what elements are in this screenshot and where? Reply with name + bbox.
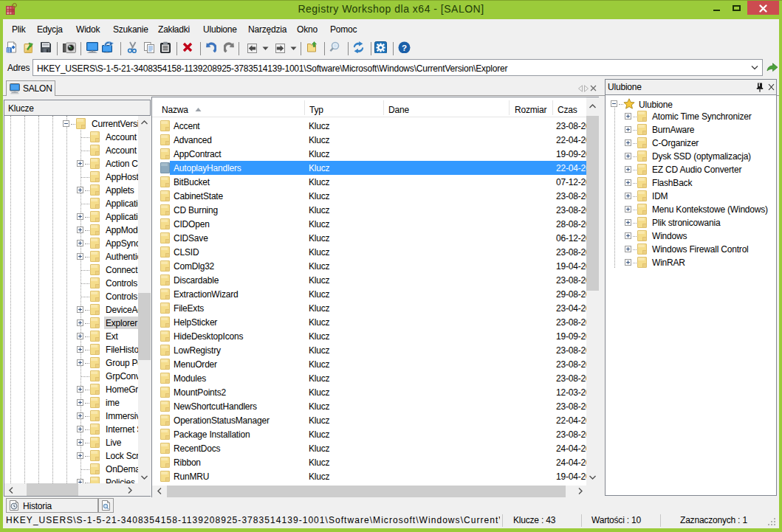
svg-text:?: ? — [402, 44, 407, 52]
